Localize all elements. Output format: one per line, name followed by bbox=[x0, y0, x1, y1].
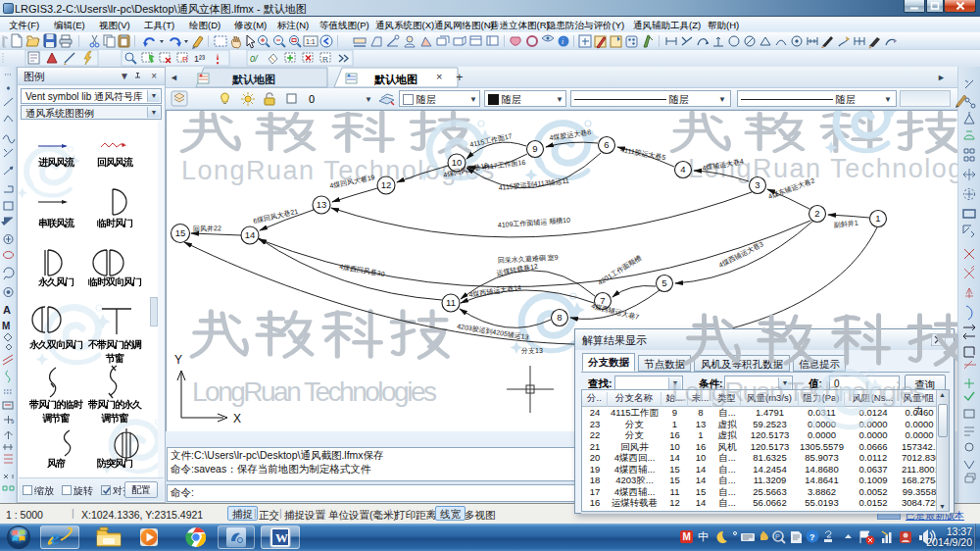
svg-text:5: 5 bbox=[662, 277, 666, 288]
svg-text:1²³: 1²³ bbox=[194, 54, 205, 64]
svg-text:8: 8 bbox=[557, 312, 562, 323]
svg-text:R: R bbox=[182, 55, 188, 64]
svg-text:4115胶运到4113辅运11: 4115胶运到4113辅运11 bbox=[498, 176, 569, 192]
svg-text:?: ? bbox=[809, 532, 815, 542]
svg-text:1:1: 1:1 bbox=[306, 38, 316, 45]
svg-text:4: 4 bbox=[680, 164, 685, 175]
svg-text:11: 11 bbox=[446, 297, 456, 308]
svg-text:1: 1 bbox=[875, 213, 880, 224]
svg-text:副斜井1: 副斜井1 bbox=[833, 219, 858, 229]
svg-text:LongRuan Technologies: LongRuan Technologies bbox=[688, 154, 958, 183]
svg-text:回风井22: 回风井22 bbox=[193, 225, 221, 233]
svg-text:M: M bbox=[683, 531, 691, 542]
svg-text:13: 13 bbox=[317, 199, 327, 210]
svg-text:12: 12 bbox=[381, 179, 392, 190]
svg-text:4201工作面顺槽: 4201工作面顺槽 bbox=[597, 254, 643, 287]
svg-text:9: 9 bbox=[11, 419, 15, 425]
svg-text:4煤西回风巷30: 4煤西回风巷30 bbox=[339, 263, 385, 278]
svg-text:2: 2 bbox=[814, 208, 819, 219]
svg-text:Y: Y bbox=[174, 353, 182, 367]
svg-text:M: M bbox=[2, 321, 10, 331]
svg-text:P: P bbox=[775, 533, 780, 540]
svg-text:15: 15 bbox=[175, 227, 186, 238]
svg-text:9: 9 bbox=[532, 143, 537, 154]
svg-text:3: 3 bbox=[755, 179, 760, 190]
svg-text:i: i bbox=[562, 37, 564, 46]
svg-text:4109工作面辅运 顺槽10: 4109工作面辅运 顺槽10 bbox=[498, 217, 571, 229]
svg-text:e: e bbox=[50, 526, 60, 549]
svg-text:A: A bbox=[3, 304, 11, 316]
svg-text:运煤转载巷12: 运煤转载巷12 bbox=[496, 263, 538, 276]
svg-text:4111胶运大巷5: 4111胶运大巷5 bbox=[620, 146, 666, 162]
svg-text:LongRuan Technologies: LongRuan Technologies bbox=[192, 376, 436, 407]
svg-text:6煤回风大巷21: 6煤回风大巷21 bbox=[253, 208, 299, 225]
svg-text:R: R bbox=[322, 55, 328, 64]
svg-text:6: 6 bbox=[604, 139, 609, 150]
svg-text:分支13: 分支13 bbox=[520, 347, 543, 355]
svg-text:X: X bbox=[233, 412, 241, 426]
svg-text:4煤西辅运大巷3: 4煤西辅运大巷3 bbox=[717, 240, 764, 270]
svg-text:10: 10 bbox=[452, 157, 463, 168]
svg-text:14: 14 bbox=[245, 229, 256, 240]
svg-text:中: 中 bbox=[698, 530, 709, 542]
svg-text:W: W bbox=[275, 530, 288, 545]
